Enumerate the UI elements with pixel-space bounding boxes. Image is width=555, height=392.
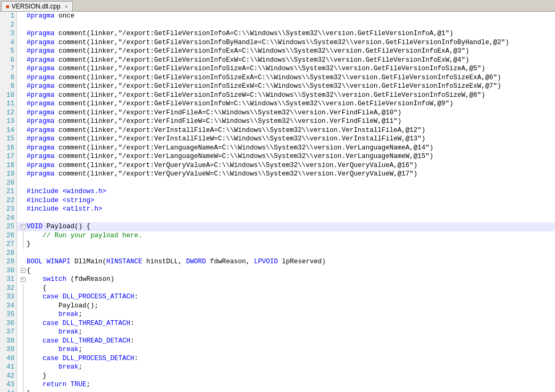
code-area[interactable]: #pragma once #pragma comment(linker,"/ex… [17,12,555,392]
line-number: 4 [0,38,16,47]
code-text: } [27,372,47,381]
collapse-button[interactable]: − [21,277,26,282]
code-text: #pragma comment(linker,"/export:VerQuery… [27,170,417,179]
code-text: #pragma comment(linker,"/export:GetFileV… [27,56,469,65]
line-number: 7 [0,64,16,73]
gutter: − [19,277,27,282]
fold-line [23,319,23,328]
code-text: break; [27,328,82,337]
gutter: − [19,268,27,273]
fold-line [23,328,23,337]
code-text: case DLL_THREAD_ATTACH: [27,319,134,328]
code-text: Payload(); [27,302,98,311]
line-number: 9 [0,82,16,91]
code-text: #pragma comment(linker,"/export:GetFileV… [27,64,485,73]
code-line: #pragma once [17,12,555,21]
gutter [19,302,27,311]
code-line: #pragma comment(linker,"/export:GetFileV… [17,47,555,56]
code-text: #pragma comment(linker,"/export:VerQuery… [27,161,417,170]
code-text: { [27,284,47,293]
line-number: 32 [0,284,16,293]
fold-line [23,302,23,311]
code-line: case DLL_THREAD_ATTACH: [17,319,555,328]
code-text [27,179,31,188]
collapse-button[interactable]: − [21,224,26,229]
code-line: #pragma comment(linker,"/export:GetFileV… [17,38,555,47]
fold-line [23,284,23,293]
gutter [19,337,27,346]
fold-line [23,345,23,354]
code-text [27,21,31,30]
line-number: 1 [0,12,16,21]
code-text: // Run your payload here. [27,231,142,240]
code-line: break; [17,310,555,319]
collapse-button[interactable]: − [21,268,26,273]
code-text [27,249,31,258]
code-line: } [17,240,555,249]
code-text: #pragma comment(linker,"/export:GetFileV… [27,38,509,47]
line-number: 10 [0,91,16,100]
code-line: case DLL_PROCESS_DETACH: [17,354,555,363]
line-number: 30 [0,266,16,276]
line-number: 25 [0,222,16,231]
line-number: 36 [0,319,16,328]
code-text: case DLL_PROCESS_DETACH: [27,354,138,363]
tab-close-button[interactable]: × [65,4,68,10]
code-text: #pragma comment(linker,"/export:VerLangu… [27,144,433,153]
code-text: #include <string> [27,196,95,205]
code-line: break; [17,363,555,372]
gutter [19,284,27,293]
line-number: 21 [0,187,16,196]
line-number: 33 [0,293,16,302]
gutter [19,310,27,319]
line-number: 40 [0,354,16,363]
code-line: #pragma comment(linker,"/export:GetFileV… [17,56,555,65]
code-text: #pragma comment(linker,"/export:VerLangu… [27,152,433,161]
fold-line [23,240,23,249]
file-tab[interactable]: ■ VERSION.dll.cpp × [1,1,73,11]
code-text: return TRUE; [27,380,90,389]
line-number: 37 [0,328,16,337]
gutter [19,231,27,240]
gutter [19,240,27,249]
code-line: #pragma comment(linker,"/export:VerLangu… [17,152,555,161]
code-line: } [17,372,555,381]
fold-line [23,363,23,372]
code-line: BOOL WINAPI DllMain(HINSTANCE hinstDLL, … [17,257,555,266]
line-number: 13 [0,117,16,126]
line-number: 29 [0,257,16,266]
code-text: #include <atlstr.h> [27,205,103,214]
line-number: 34 [0,302,16,311]
code-line: #pragma comment(linker,"/export:VerInsta… [17,126,555,135]
code-text: break; [27,345,82,354]
code-text: #pragma comment(linker,"/export:VerFindF… [27,117,401,126]
gutter [19,328,27,337]
line-number: 23 [0,205,16,214]
code-text: #pragma comment(linker,"/export:VerInsta… [27,126,425,135]
code-text: case DLL_THREAD_DETACH: [27,337,134,346]
code-line: } [17,389,555,393]
code-line: #pragma comment(linker,"/export:VerQuery… [17,161,555,170]
editor: 1234567891011121314151617181920212223242… [0,12,555,392]
code-text: case DLL_PROCESS_ATTACH: [27,293,138,302]
code-text: #include <windows.h> [27,187,106,196]
code-line: #pragma comment(linker,"/export:VerLangu… [17,144,555,153]
tab-bar: ■ VERSION.dll.cpp × [0,0,555,12]
line-number: 35 [0,310,16,319]
code-text: } [27,389,31,393]
line-number: 8 [0,73,16,82]
gutter [19,389,27,393]
code-text: #pragma comment(linker,"/export:GetFileV… [27,82,501,91]
gutter [19,293,27,302]
line-number: 26 [0,231,16,240]
code-text: #pragma comment(linker,"/export:GetFileV… [27,73,501,82]
fold-line [23,380,23,389]
gutter [19,345,27,354]
line-number: 38 [0,337,16,346]
code-line: return TRUE; [17,380,555,389]
line-number: 44 [0,389,16,393]
code-text: break; [27,310,82,319]
line-number: 20 [0,179,16,188]
code-line: { [17,284,555,293]
code-line [17,214,555,223]
